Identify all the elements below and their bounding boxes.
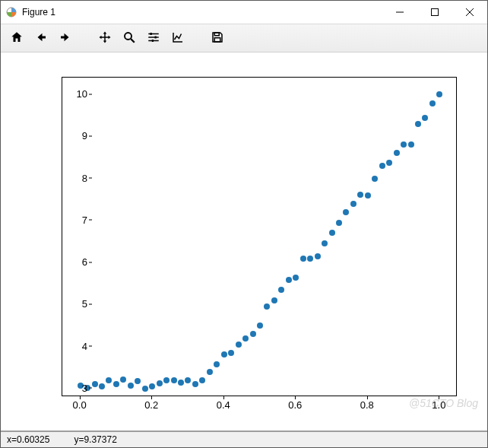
status-y: y=9.37372 (74, 434, 116, 445)
data-point (142, 386, 148, 392)
y-tick-label: 9 (82, 130, 87, 141)
data-point (300, 256, 306, 262)
plot-axes (62, 77, 457, 396)
data-point (436, 91, 442, 97)
svg-rect-2 (432, 9, 439, 16)
data-point (149, 383, 155, 389)
data-point (379, 163, 385, 169)
svg-rect-12 (152, 40, 154, 42)
data-point (278, 287, 284, 293)
data-point (221, 351, 227, 357)
zoom-button[interactable] (118, 27, 141, 49)
status-x: x=0.60325 (7, 434, 49, 445)
pan-button[interactable] (93, 27, 116, 49)
data-point (171, 377, 177, 383)
data-point (408, 141, 414, 148)
window-controls (382, 1, 487, 24)
data-point (286, 277, 292, 283)
x-tick-label: 1.0 (432, 399, 445, 411)
title-bar: Figure 1 (1, 1, 487, 24)
data-point (264, 303, 270, 310)
data-point (185, 377, 191, 383)
data-point (128, 383, 134, 389)
close-button[interactable] (452, 1, 487, 24)
save-button[interactable] (206, 27, 229, 49)
data-point (250, 331, 256, 337)
plot-canvas[interactable]: @51CTO Blog 3456789100.00.20.40.60.81.0 (1, 52, 487, 431)
zoom-icon (122, 30, 136, 46)
arrow-right-icon (59, 30, 72, 46)
data-point (307, 256, 313, 262)
data-point (214, 361, 220, 367)
data-point (365, 192, 371, 199)
data-point (372, 176, 378, 182)
maximize-button[interactable] (417, 1, 452, 24)
x-tick-label: 0.4 (217, 399, 230, 411)
y-tick-label: 10 (77, 88, 87, 100)
y-tick-label: 6 (82, 256, 87, 268)
y-tick-label: 3 (82, 382, 87, 393)
y-tick-label: 7 (82, 214, 87, 225)
toolbar (1, 24, 487, 52)
sliders-icon (147, 30, 160, 46)
data-point (92, 381, 98, 387)
minimize-button[interactable] (382, 1, 417, 24)
x-tick-label: 0.0 (73, 399, 87, 411)
arrow-left-icon (34, 30, 48, 46)
data-point (394, 150, 400, 156)
data-point (415, 121, 421, 127)
svg-point-5 (125, 33, 132, 40)
data-point (336, 220, 342, 226)
y-tick-label: 8 (82, 172, 87, 183)
data-point (357, 192, 363, 198)
axes-button[interactable] (166, 27, 189, 49)
svg-rect-8 (151, 33, 152, 35)
home-button[interactable] (5, 27, 28, 49)
data-point (350, 201, 356, 207)
data-point (120, 377, 126, 383)
data-point (401, 141, 407, 148)
svg-rect-10 (155, 36, 157, 38)
data-point (157, 380, 163, 386)
x-tick-label: 0.6 (288, 399, 302, 411)
window-frame: Figure 1 (0, 0, 488, 448)
status-bar: x=0.60325 y=9.37372 (1, 431, 487, 447)
data-point (106, 377, 112, 383)
data-point (271, 297, 277, 303)
data-point (343, 209, 349, 215)
svg-line-6 (131, 39, 135, 43)
data-point (178, 380, 184, 386)
data-point (207, 369, 213, 375)
data-point (329, 230, 335, 236)
x-tick-label: 0.2 (144, 399, 158, 411)
data-point (242, 335, 249, 342)
save-icon (211, 30, 224, 46)
data-point (315, 253, 321, 259)
data-point (386, 160, 392, 166)
data-point (192, 381, 198, 387)
data-point (113, 381, 119, 387)
back-button[interactable] (30, 27, 52, 49)
data-point (429, 100, 436, 106)
svg-rect-14 (214, 37, 220, 41)
subplots-button[interactable] (142, 27, 165, 49)
data-point (293, 275, 299, 281)
data-point (135, 378, 141, 384)
window-title: Figure 1 (22, 7, 382, 17)
data-point (236, 342, 242, 348)
data-point (257, 322, 263, 329)
y-tick-label: 5 (82, 298, 87, 310)
data-point (99, 383, 105, 389)
forward-button[interactable] (54, 27, 77, 49)
y-tick-label: 4 (82, 340, 87, 351)
home-icon (10, 30, 24, 46)
data-point (422, 115, 428, 121)
data-point (163, 377, 170, 383)
data-point (228, 350, 234, 356)
app-icon (5, 6, 17, 18)
move-icon (98, 30, 112, 46)
data-point (322, 240, 328, 246)
svg-rect-13 (214, 33, 219, 36)
data-point (199, 377, 205, 383)
chart-line-icon (171, 30, 185, 46)
